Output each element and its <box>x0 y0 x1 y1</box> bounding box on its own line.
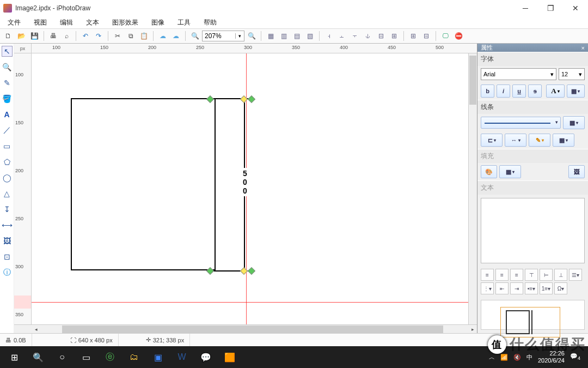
text-icon[interactable]: A <box>2 109 13 120</box>
line-color-button[interactable]: ✎▾ <box>529 134 550 147</box>
menu-image[interactable]: 图像 <box>149 17 167 28</box>
screen-icon[interactable]: 🖵 <box>440 31 450 41</box>
menu-text[interactable]: 文本 <box>84 17 101 28</box>
chevron-down-icon[interactable]: ▾ <box>235 33 244 39</box>
menu-file[interactable]: 文件 <box>5 17 23 28</box>
zoom-select[interactable]: 207% ▾ <box>202 31 244 41</box>
scan-icon[interactable]: ⌕ <box>62 31 71 41</box>
dimension-label[interactable]: 500 <box>241 168 249 196</box>
clock[interactable]: 22:262020/6/24 <box>538 350 565 364</box>
dist2-icon[interactable]: ⊟ <box>421 31 431 41</box>
panel-close-icon[interactable]: × <box>581 45 585 51</box>
align-center-icon[interactable]: ≡ <box>495 269 509 281</box>
grid4-icon[interactable]: ▧ <box>305 31 315 41</box>
line-cap1-button[interactable]: ⊏▾ <box>481 134 503 147</box>
ellipse-icon[interactable]: ◯ <box>2 172 13 183</box>
info-icon[interactable]: ⓘ <box>2 267 13 278</box>
cortana-icon[interactable]: ○ <box>50 346 74 368</box>
fill-image-button[interactable]: 🖼 <box>568 165 585 178</box>
align6-icon[interactable]: ⊞ <box>389 31 399 41</box>
outdent-icon[interactable]: ⇥ <box>510 282 523 294</box>
grid3-icon[interactable]: ▤ <box>292 31 302 41</box>
menu-view[interactable]: 视图 <box>32 17 49 28</box>
volume-icon[interactable]: 🔇 <box>513 354 521 361</box>
minimize-button[interactable]: ─ <box>513 0 538 16</box>
italic-button[interactable]: i <box>497 85 510 98</box>
list1-icon[interactable]: ☰▾ <box>569 269 582 281</box>
paste-icon[interactable]: 📋 <box>139 31 149 41</box>
page-thumbnail[interactable] <box>481 300 585 330</box>
menu-tools[interactable]: 工具 <box>175 17 193 28</box>
zoom-in-icon[interactable]: 🔍 <box>247 31 256 41</box>
line-cap2-button[interactable]: ↔▾ <box>505 134 526 147</box>
shape-rectangle[interactable] <box>71 98 216 270</box>
maximize-button[interactable]: ❐ <box>538 0 563 16</box>
notifications-icon[interactable]: 💬4 <box>570 353 580 361</box>
line-grid-button[interactable]: ▦▾ <box>563 116 585 129</box>
polygon-icon[interactable]: ⬠ <box>2 156 13 167</box>
align-left-icon[interactable]: ≡ <box>481 269 494 281</box>
ruler-horizontal[interactable]: 100 150 200 250 300 350 400 450 500 5 <box>32 44 477 53</box>
align3-icon[interactable]: ⫟ <box>350 31 360 41</box>
omega-icon[interactable]: Ω▾ <box>554 282 567 294</box>
fill-palette-button[interactable]: 🎨 <box>481 165 497 178</box>
taskview-icon[interactable]: ▭ <box>74 346 98 368</box>
bucket-icon[interactable]: 🪣 <box>2 93 13 104</box>
font-family-select[interactable]: Arial▾ <box>481 68 556 80</box>
app-explorer-icon[interactable]: 🗂 <box>122 346 146 368</box>
undo-icon[interactable]: ↶ <box>81 31 90 41</box>
dist1-icon[interactable]: ⊞ <box>408 31 418 41</box>
tray-chevron-icon[interactable]: ︿ <box>489 353 495 361</box>
grid1-icon[interactable]: ▦ <box>266 31 275 41</box>
valign-bot-icon[interactable]: ⊥ <box>554 269 567 281</box>
print-icon[interactable]: 🖶 <box>48 31 58 41</box>
align5-icon[interactable]: ⊟ <box>376 31 386 41</box>
wifi-icon[interactable]: 📶 <box>500 354 508 361</box>
list2-icon[interactable]: ⋮▾ <box>481 282 494 294</box>
menu-help[interactable]: 帮助 <box>201 17 219 28</box>
bullet-icon[interactable]: •≡▾ <box>525 282 538 294</box>
copy-icon[interactable]: ⧉ <box>126 31 136 41</box>
dimension-icon[interactable]: ⟷ <box>2 220 13 231</box>
search-icon[interactable]: 🔍 <box>26 346 50 368</box>
app-wechat-icon[interactable]: 💬 <box>194 346 218 368</box>
redo-icon[interactable]: ↷ <box>94 31 103 41</box>
open-icon[interactable]: 📂 <box>16 31 26 41</box>
app-iphotodraw-icon[interactable]: 🟧 <box>218 346 242 368</box>
rect-icon[interactable]: ▭ <box>2 141 13 152</box>
zoom-out-icon[interactable]: 🔍 <box>190 31 200 41</box>
handle[interactable] <box>248 95 255 103</box>
underline-button[interactable]: u <box>512 85 526 98</box>
eyedropper-icon[interactable]: ✎ <box>2 77 13 88</box>
scrollbar-horizontal[interactable]: ◂▸ <box>14 324 477 333</box>
indent-icon[interactable]: ⇤ <box>495 282 509 294</box>
font-color-button[interactable]: A▾ <box>546 85 564 98</box>
pointer-icon[interactable]: ↖ <box>2 46 13 57</box>
align-right-icon[interactable]: ≡ <box>510 269 523 281</box>
align2-icon[interactable]: ⫠ <box>337 31 347 41</box>
bold-button[interactable]: b <box>481 85 494 98</box>
guide-horizontal[interactable] <box>32 302 468 303</box>
grid2-icon[interactable]: ▥ <box>279 31 289 41</box>
line-grid2-button[interactable]: ▦▾ <box>553 134 574 147</box>
align1-icon[interactable]: ⫞ <box>324 31 334 41</box>
magnify-icon[interactable]: 🔍 <box>2 62 13 73</box>
ruler-vertical[interactable]: 100 150 200 250 300 350 <box>14 53 32 324</box>
app-todesk-icon[interactable]: ▣ <box>146 346 170 368</box>
cut-icon[interactable]: ✂ <box>113 31 122 41</box>
system-tray[interactable]: ︿ 📶 🔇 中 22:262020/6/24 💬4 <box>483 350 586 364</box>
scrollbar-vertical[interactable] <box>468 53 477 324</box>
triangle-icon[interactable]: △ <box>2 188 13 199</box>
align4-icon[interactable]: ⫝ <box>363 31 373 41</box>
menu-effects[interactable]: 图形效果 <box>110 17 140 28</box>
fill-grid-button[interactable]: ▦▾ <box>499 165 521 178</box>
app-edge-icon[interactable]: ⓔ <box>98 346 122 368</box>
strike-button[interactable]: s <box>528 85 542 98</box>
start-button[interactable]: ⊞ <box>2 346 26 368</box>
font-grid-button[interactable]: ▦▾ <box>567 85 585 98</box>
app-word-icon[interactable]: W <box>170 346 194 368</box>
save-icon[interactable]: 💾 <box>29 31 39 41</box>
callout-icon[interactable]: ⊡ <box>2 251 13 262</box>
stop-icon[interactable]: ⛔ <box>454 31 463 41</box>
arrow-icon[interactable]: ↧ <box>2 204 13 215</box>
